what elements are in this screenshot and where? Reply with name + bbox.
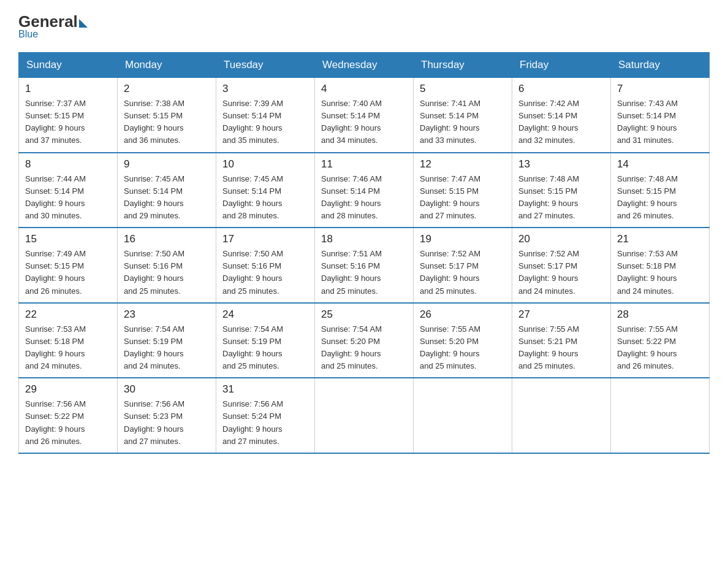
day-number: 31 bbox=[222, 383, 308, 396]
logo-blue-text: Blue bbox=[18, 29, 38, 40]
empty-cell bbox=[611, 378, 710, 453]
day-number: 25 bbox=[321, 308, 407, 321]
day-info: Sunrise: 7:48 AMSunset: 5:15 PMDaylight:… bbox=[617, 173, 703, 223]
day-number: 30 bbox=[124, 383, 210, 396]
day-number: 16 bbox=[124, 233, 210, 245]
calendar-day-cell: 5Sunrise: 7:41 AMSunset: 5:14 PMDaylight… bbox=[414, 78, 512, 153]
calendar-day-cell: 27Sunrise: 7:55 AMSunset: 5:21 PMDayligh… bbox=[512, 303, 611, 378]
day-info: Sunrise: 7:52 AMSunset: 5:17 PMDaylight:… bbox=[518, 248, 604, 297]
calendar-day-cell: 8Sunrise: 7:44 AMSunset: 5:14 PMDaylight… bbox=[19, 153, 118, 228]
calendar-day-cell: 24Sunrise: 7:54 AMSunset: 5:19 PMDayligh… bbox=[216, 303, 315, 378]
calendar-day-cell: 17Sunrise: 7:50 AMSunset: 5:16 PMDayligh… bbox=[216, 228, 315, 303]
day-info: Sunrise: 7:55 AMSunset: 5:22 PMDaylight:… bbox=[617, 323, 703, 373]
calendar-day-cell: 22Sunrise: 7:53 AMSunset: 5:18 PMDayligh… bbox=[19, 303, 118, 378]
day-header-wednesday: Wednesday bbox=[315, 53, 414, 78]
day-number: 12 bbox=[420, 158, 506, 170]
day-number: 21 bbox=[617, 233, 703, 245]
day-number: 28 bbox=[617, 308, 703, 321]
day-number: 27 bbox=[518, 308, 604, 321]
day-number: 24 bbox=[222, 308, 308, 321]
day-number: 10 bbox=[222, 158, 308, 170]
day-number: 29 bbox=[25, 383, 111, 396]
calendar-day-cell: 19Sunrise: 7:52 AMSunset: 5:17 PMDayligh… bbox=[414, 228, 512, 303]
day-info: Sunrise: 7:54 AMSunset: 5:19 PMDaylight:… bbox=[124, 323, 210, 373]
calendar-day-cell: 10Sunrise: 7:45 AMSunset: 5:14 PMDayligh… bbox=[216, 153, 315, 228]
calendar-day-cell: 15Sunrise: 7:49 AMSunset: 5:15 PMDayligh… bbox=[19, 228, 118, 303]
calendar-day-cell: 1Sunrise: 7:37 AMSunset: 5:15 PMDaylight… bbox=[19, 78, 118, 153]
day-number: 18 bbox=[321, 233, 407, 245]
calendar-day-cell: 30Sunrise: 7:56 AMSunset: 5:23 PMDayligh… bbox=[118, 378, 216, 453]
empty-cell bbox=[315, 378, 414, 453]
day-number: 15 bbox=[25, 233, 111, 245]
logo-arrow-icon bbox=[79, 19, 88, 28]
calendar-day-cell: 16Sunrise: 7:50 AMSunset: 5:16 PMDayligh… bbox=[118, 228, 216, 303]
calendar-day-cell: 21Sunrise: 7:53 AMSunset: 5:18 PMDayligh… bbox=[611, 228, 710, 303]
calendar-day-cell: 13Sunrise: 7:48 AMSunset: 5:15 PMDayligh… bbox=[512, 153, 611, 228]
logo: General Blue bbox=[18, 12, 88, 40]
calendar-day-cell: 28Sunrise: 7:55 AMSunset: 5:22 PMDayligh… bbox=[611, 303, 710, 378]
day-info: Sunrise: 7:45 AMSunset: 5:14 PMDaylight:… bbox=[124, 173, 210, 223]
day-info: Sunrise: 7:42 AMSunset: 5:14 PMDaylight:… bbox=[518, 98, 604, 147]
day-number: 7 bbox=[617, 83, 703, 95]
day-header-sunday: Sunday bbox=[19, 53, 118, 78]
calendar-day-cell: 9Sunrise: 7:45 AMSunset: 5:14 PMDaylight… bbox=[118, 153, 216, 228]
day-number: 20 bbox=[518, 233, 604, 245]
calendar-day-cell: 3Sunrise: 7:39 AMSunset: 5:14 PMDaylight… bbox=[216, 78, 315, 153]
calendar-day-cell: 2Sunrise: 7:38 AMSunset: 5:15 PMDaylight… bbox=[118, 78, 216, 153]
day-number: 3 bbox=[222, 83, 308, 95]
day-info: Sunrise: 7:56 AMSunset: 5:24 PMDaylight:… bbox=[222, 398, 308, 448]
day-header-tuesday: Tuesday bbox=[216, 53, 315, 78]
day-number: 11 bbox=[321, 158, 407, 170]
calendar-week-row: 8Sunrise: 7:44 AMSunset: 5:14 PMDaylight… bbox=[19, 153, 710, 228]
calendar-week-row: 1Sunrise: 7:37 AMSunset: 5:15 PMDaylight… bbox=[19, 78, 710, 153]
calendar-week-row: 29Sunrise: 7:56 AMSunset: 5:22 PMDayligh… bbox=[19, 378, 710, 453]
day-info: Sunrise: 7:55 AMSunset: 5:20 PMDaylight:… bbox=[420, 323, 506, 373]
day-info: Sunrise: 7:51 AMSunset: 5:16 PMDaylight:… bbox=[321, 248, 407, 297]
day-number: 1 bbox=[25, 83, 111, 95]
day-info: Sunrise: 7:46 AMSunset: 5:14 PMDaylight:… bbox=[321, 173, 407, 223]
day-header-thursday: Thursday bbox=[414, 53, 512, 78]
day-info: Sunrise: 7:50 AMSunset: 5:16 PMDaylight:… bbox=[222, 248, 308, 297]
calendar-day-cell: 23Sunrise: 7:54 AMSunset: 5:19 PMDayligh… bbox=[118, 303, 216, 378]
day-number: 6 bbox=[518, 83, 604, 95]
day-info: Sunrise: 7:53 AMSunset: 5:18 PMDaylight:… bbox=[25, 323, 111, 373]
day-header-friday: Friday bbox=[512, 53, 611, 78]
day-info: Sunrise: 7:50 AMSunset: 5:16 PMDaylight:… bbox=[124, 248, 210, 297]
day-info: Sunrise: 7:48 AMSunset: 5:15 PMDaylight:… bbox=[518, 173, 604, 223]
day-number: 23 bbox=[124, 308, 210, 321]
day-info: Sunrise: 7:55 AMSunset: 5:21 PMDaylight:… bbox=[518, 323, 604, 373]
day-number: 17 bbox=[222, 233, 308, 245]
day-info: Sunrise: 7:56 AMSunset: 5:23 PMDaylight:… bbox=[124, 398, 210, 448]
calendar-day-cell: 11Sunrise: 7:46 AMSunset: 5:14 PMDayligh… bbox=[315, 153, 414, 228]
calendar-day-cell: 29Sunrise: 7:56 AMSunset: 5:22 PMDayligh… bbox=[19, 378, 118, 453]
calendar-week-row: 22Sunrise: 7:53 AMSunset: 5:18 PMDayligh… bbox=[19, 303, 710, 378]
calendar-day-cell: 14Sunrise: 7:48 AMSunset: 5:15 PMDayligh… bbox=[611, 153, 710, 228]
day-info: Sunrise: 7:45 AMSunset: 5:14 PMDaylight:… bbox=[222, 173, 308, 223]
day-number: 4 bbox=[321, 83, 407, 95]
calendar-table: SundayMondayTuesdayWednesdayThursdayFrid… bbox=[18, 52, 710, 454]
day-info: Sunrise: 7:43 AMSunset: 5:14 PMDaylight:… bbox=[617, 98, 703, 147]
day-info: Sunrise: 7:52 AMSunset: 5:17 PMDaylight:… bbox=[420, 248, 506, 297]
day-number: 13 bbox=[518, 158, 604, 170]
calendar-day-cell: 26Sunrise: 7:55 AMSunset: 5:20 PMDayligh… bbox=[414, 303, 512, 378]
day-info: Sunrise: 7:54 AMSunset: 5:20 PMDaylight:… bbox=[321, 323, 407, 373]
day-number: 22 bbox=[25, 308, 111, 321]
day-info: Sunrise: 7:49 AMSunset: 5:15 PMDaylight:… bbox=[25, 248, 111, 297]
day-info: Sunrise: 7:56 AMSunset: 5:22 PMDaylight:… bbox=[25, 398, 111, 448]
day-info: Sunrise: 7:39 AMSunset: 5:14 PMDaylight:… bbox=[222, 98, 308, 147]
day-info: Sunrise: 7:53 AMSunset: 5:18 PMDaylight:… bbox=[617, 248, 703, 297]
calendar-day-cell: 6Sunrise: 7:42 AMSunset: 5:14 PMDaylight… bbox=[512, 78, 611, 153]
day-header-monday: Monday bbox=[118, 53, 216, 78]
day-number: 2 bbox=[124, 83, 210, 95]
calendar-day-cell: 12Sunrise: 7:47 AMSunset: 5:15 PMDayligh… bbox=[414, 153, 512, 228]
calendar-week-row: 15Sunrise: 7:49 AMSunset: 5:15 PMDayligh… bbox=[19, 228, 710, 303]
day-info: Sunrise: 7:40 AMSunset: 5:14 PMDaylight:… bbox=[321, 98, 407, 147]
day-info: Sunrise: 7:47 AMSunset: 5:15 PMDaylight:… bbox=[420, 173, 506, 223]
calendar-day-cell: 31Sunrise: 7:56 AMSunset: 5:24 PMDayligh… bbox=[216, 378, 315, 453]
calendar-day-cell: 7Sunrise: 7:43 AMSunset: 5:14 PMDaylight… bbox=[611, 78, 710, 153]
empty-cell bbox=[512, 378, 611, 453]
calendar-header-row: SundayMondayTuesdayWednesdayThursdayFrid… bbox=[19, 53, 710, 78]
day-header-saturday: Saturday bbox=[611, 53, 710, 78]
page-header: General Blue bbox=[18, 12, 710, 40]
day-number: 9 bbox=[124, 158, 210, 170]
